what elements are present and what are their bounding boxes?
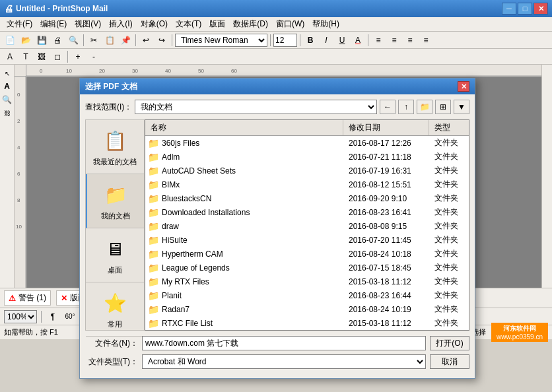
- paste-button[interactable]: 📌: [118, 34, 133, 47]
- menu-help[interactable]: 帮助(H): [308, 17, 343, 31]
- toolbar2: A T 🖼 ◻ + -: [0, 49, 552, 65]
- file-list: 名称 修改日期 类型 📁 360js Files 2016-08-17 12:2…: [145, 119, 469, 331]
- file-name-text: draw: [162, 222, 179, 231]
- new-folder-button[interactable]: 📁: [417, 100, 432, 114]
- print-button[interactable]: 🖨: [50, 34, 65, 47]
- save-button[interactable]: 💾: [34, 34, 49, 47]
- file-row[interactable]: 📁 Hypertherm CAM 2016-08-24 10:18 文件夹: [145, 247, 469, 261]
- menu-insert[interactable]: 插入(I): [105, 17, 136, 31]
- dialog-close-button[interactable]: ✕: [458, 81, 469, 92]
- file-cell-name: 📁 AutoCAD Sheet Sets: [145, 164, 343, 178]
- menu-file[interactable]: 文件(F): [3, 17, 36, 31]
- nav-my-docs[interactable]: 📁 我的文档: [86, 174, 144, 228]
- cut-button[interactable]: ✂: [86, 34, 101, 47]
- menu-window[interactable]: 窗口(W): [272, 17, 308, 31]
- file-cell-date: 2016-08-23 16:44: [343, 290, 429, 302]
- redo-button[interactable]: ↪: [155, 34, 169, 47]
- align-right-button[interactable]: ≡: [403, 34, 417, 47]
- menu-layout[interactable]: 版面: [205, 17, 229, 31]
- open-button[interactable]: 📂: [18, 34, 33, 47]
- align-left-button[interactable]: ≡: [371, 34, 386, 47]
- file-rows-container: 📁 360js Files 2016-08-17 12:26 文件夹 📁 Adl…: [145, 136, 469, 330]
- file-cell-type: 文件夹: [429, 233, 469, 247]
- font-size-input[interactable]: [273, 34, 297, 47]
- copy-button[interactable]: 📋: [102, 34, 117, 47]
- italic-button[interactable]: I: [319, 34, 333, 47]
- zoom-in-button[interactable]: +: [71, 50, 85, 63]
- col-name[interactable]: 名称: [145, 120, 343, 135]
- cancel-button[interactable]: 取消: [430, 354, 469, 369]
- menu-text[interactable]: 文本(T): [172, 17, 205, 31]
- file-cell-date: 2016-09-20 9:10: [343, 193, 429, 205]
- file-row[interactable]: 📁 AutoCAD Sheet Sets 2016-07-19 16:31 文件…: [145, 164, 469, 178]
- file-name-text: Planit: [162, 291, 182, 300]
- col-type[interactable]: 类型: [429, 120, 469, 135]
- help-text: 如需帮助，按 F1: [4, 327, 58, 337]
- file-cell-date: 2016-07-21 11:18: [343, 151, 429, 163]
- file-row[interactable]: 📁 BIMx 2016-08-12 15:51 文件夹: [145, 178, 469, 191]
- nav-desktop[interactable]: 🖥 桌面: [86, 228, 144, 282]
- font-name-combo[interactable]: Times New Roman: [175, 34, 267, 47]
- view-menu-button[interactable]: ▼: [454, 100, 469, 114]
- close-button[interactable]: ✕: [534, 3, 548, 15]
- filetype-combo[interactable]: Acrobat 和 Word: [142, 354, 426, 369]
- tool-select[interactable]: A: [3, 50, 17, 63]
- underline-button[interactable]: U: [335, 34, 349, 47]
- zoom-out-button[interactable]: -: [86, 50, 101, 63]
- menu-database[interactable]: 数据库(D): [229, 17, 272, 31]
- warnings-title[interactable]: ⚠ 警告 (1): [4, 290, 51, 306]
- warnings-label: 警告 (1): [18, 292, 46, 304]
- file-row[interactable]: 📁 My RTX Files 2015-03-18 11:12 文件夹: [145, 275, 469, 288]
- tool-text[interactable]: T: [18, 50, 33, 63]
- tool-shape[interactable]: ◻: [50, 50, 65, 63]
- my-docs-icon: 📁: [102, 181, 129, 209]
- new-button[interactable]: 📄: [3, 34, 17, 47]
- file-row[interactable]: 📁 draw 2016-08-08 9:15 文件夹: [145, 219, 469, 233]
- format-button[interactable]: 60°: [63, 310, 77, 323]
- align-center-button[interactable]: ≡: [387, 34, 401, 47]
- paragraph-button[interactable]: ¶: [46, 310, 60, 323]
- folder-icon: 📁: [148, 207, 159, 218]
- file-name-text: RTXC File List: [162, 319, 213, 328]
- file-cell-name: 📁 BluestacksCN: [145, 192, 343, 205]
- menu-view[interactable]: 视图(V): [71, 17, 105, 31]
- file-row[interactable]: 📁 League of Legends 2016-07-15 18:45 文件夹: [145, 261, 469, 275]
- preview-button[interactable]: 🔍: [66, 34, 81, 47]
- nav-common[interactable]: ⭐ 常用: [86, 282, 144, 337]
- file-row[interactable]: 📁 Downloaded Installations 2016-08-23 16…: [145, 205, 469, 219]
- menu-edit[interactable]: 编辑(E): [36, 17, 71, 31]
- file-row[interactable]: 📁 RTXC File List 2015-03-18 11:12 文件夹: [145, 316, 469, 330]
- view-toggle-button[interactable]: ⊞: [435, 100, 451, 114]
- file-cell-name: 📁 360js Files: [145, 137, 343, 150]
- file-row[interactable]: 📁 Adlm 2016-07-21 11:18 文件夹: [145, 150, 469, 164]
- filetype-row: 文件类型(T)： Acrobat 和 Word 取消: [85, 354, 469, 369]
- filename-input[interactable]: [142, 336, 426, 350]
- file-cell-date: 2016-08-24 10:19: [343, 304, 429, 315]
- file-row[interactable]: 📁 Radan7 2016-08-24 10:19 文件夹: [145, 302, 469, 316]
- file-row[interactable]: 📁 HiSuite 2016-07-20 11:45 文件夹: [145, 233, 469, 247]
- bold-button[interactable]: B: [303, 34, 318, 47]
- file-row[interactable]: 📁 360js Files 2016-08-17 12:26 文件夹: [145, 136, 469, 150]
- toolbar-sep2: [135, 34, 136, 46]
- nav-back-button[interactable]: ←: [380, 100, 396, 114]
- nav-up-button[interactable]: ↑: [398, 100, 414, 114]
- maximize-button[interactable]: □: [518, 3, 532, 15]
- col-date[interactable]: 修改日期: [343, 120, 429, 135]
- nav-recent[interactable]: 📋 我最近的文档: [86, 120, 144, 174]
- zoom-combo[interactable]: 100%: [4, 310, 37, 323]
- toolbar-sep6: [368, 34, 368, 46]
- open-button[interactable]: 打开(O): [430, 336, 469, 350]
- file-row[interactable]: 📁 BluestacksCN 2016-09-20 9:10 文件夹: [145, 191, 469, 205]
- location-combo[interactable]: 我的文档: [135, 100, 377, 114]
- minimize-button[interactable]: ─: [502, 3, 516, 15]
- color-button[interactable]: A: [351, 34, 365, 47]
- align-justify-button[interactable]: ≡: [419, 34, 433, 47]
- menu-object[interactable]: 对象(O): [137, 17, 172, 31]
- file-row[interactable]: 📁 Planit 2016-08-23 16:44 文件夹: [145, 288, 469, 302]
- tool-image[interactable]: 🖼: [34, 50, 49, 63]
- file-cell-name: 📁 RTXC File List: [145, 317, 343, 330]
- dialog-title: 选择 PDF 文档: [85, 81, 458, 92]
- folder-icon: 📁: [148, 193, 159, 204]
- file-cell-type: 文件夹: [429, 178, 469, 191]
- undo-button[interactable]: ↩: [139, 34, 153, 47]
